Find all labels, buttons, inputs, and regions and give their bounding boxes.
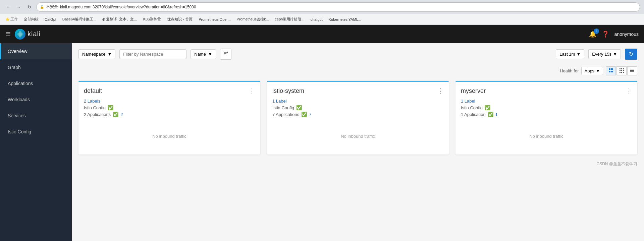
nav-right: 🔔 1 ❓ anonymous <box>589 31 639 38</box>
card-menu-button-default[interactable]: ⋮ <box>249 87 255 95</box>
graph-label: Graph <box>8 65 21 70</box>
bookmark-icon: ⭐ <box>5 17 9 21</box>
top-navbar: ☰ kiali 🔔 1 ❓ anonymous <box>0 25 644 43</box>
bookmark-neike[interactable]: 全部内核 <box>21 16 41 22</box>
namespace-name-istio-system: istio-system <box>272 87 304 95</box>
main-content: Namespace ▼ Name ▼ Last 1m ▼ <box>72 43 644 241</box>
istio-check-icon-myserver: ✅ <box>485 105 490 110</box>
labels-link-istio-system[interactable]: 1 Label <box>272 99 287 104</box>
bookmark-k8s[interactable]: K8S训练营 <box>141 16 164 22</box>
notification-bell[interactable]: 🔔 1 <box>589 31 596 38</box>
kiali-logo[interactable]: kiali <box>15 29 41 40</box>
card-header-istio-system: istio-system ⋮ <box>272 87 443 95</box>
card-menu-button-myserver[interactable]: ⋮ <box>626 87 632 95</box>
logo-mark <box>15 29 25 40</box>
forward-button[interactable]: → <box>15 3 23 11</box>
health-type-dropdown[interactable]: Apps ▼ <box>581 67 603 75</box>
card-meta-istio-system: 1 Label Istio Config ✅ 7 Applications ✅ … <box>272 99 443 117</box>
lock-icon: 🔓 <box>40 5 44 9</box>
bookmark-ceph[interactable]: ceph常用排错段... <box>272 16 307 22</box>
reload-button[interactable]: ↻ <box>25 3 34 11</box>
refresh-interval-dropdown[interactable]: Every 15s ▼ <box>588 49 621 59</box>
svg-rect-9 <box>611 71 613 72</box>
namespace-cards-grid: default ⋮ 2 Labels Istio Config ✅ 2 Appl… <box>78 81 637 155</box>
bookmark-k8s-yaml[interactable]: Kubernetes YAML... <box>326 17 364 22</box>
filter-namespace-input[interactable] <box>119 49 186 59</box>
bookmark-catgpt[interactable]: CatGpt <box>42 17 59 22</box>
svg-point-2 <box>17 33 23 36</box>
sidebar-item-workloads[interactable]: Workloads <box>0 92 72 108</box>
labels-link-default[interactable]: 2 Labels <box>84 99 100 104</box>
applications-label: Applications <box>8 81 33 86</box>
no-traffic-istio-system: No inbound traffic <box>272 127 443 145</box>
apps-check-icon-istio-system: ✅ <box>301 112 307 117</box>
istio-config-label-istio-system: Istio Config <box>272 105 294 110</box>
svg-rect-12 <box>623 68 624 69</box>
view-list-button[interactable] <box>627 66 637 75</box>
namespace-card-myserver: myserver ⋮ 1 Label Istio Config ✅ 1 Appl… <box>455 81 637 155</box>
user-name[interactable]: anonymous <box>614 32 639 37</box>
namespace-chevron: ▼ <box>107 52 112 57</box>
bookmark-chatgpt[interactable]: chatgpt <box>308 17 325 22</box>
app-layout: Overview Graph Applications Workloads Se… <box>0 43 644 241</box>
istio-config-row-istio-system: Istio Config ✅ <box>272 105 443 110</box>
card-meta-myserver: 1 Label Istio Config ✅ 1 Application ✅ 1 <box>461 99 632 117</box>
svg-rect-6 <box>609 68 610 70</box>
namespace-label: Namespace <box>82 52 105 57</box>
istio-check-icon-default: ✅ <box>108 105 113 110</box>
kiali-svg <box>16 31 24 38</box>
namespace-name-myserver: myserver <box>461 87 486 95</box>
card-header-default: default ⋮ <box>84 87 255 95</box>
apps-count-link-istio-system[interactable]: 7 <box>309 112 311 117</box>
name-chevron: ▼ <box>208 52 212 57</box>
apps-check-icon-myserver: ✅ <box>488 112 493 117</box>
svg-rect-16 <box>620 72 621 73</box>
bookmark-prom-oper[interactable]: Prometheus Oper... <box>196 17 233 22</box>
notification-badge: 1 <box>594 28 599 34</box>
sidebar-item-istio-config[interactable]: Istio Config <box>0 124 72 140</box>
name-sort-dropdown[interactable]: Name ▼ <box>191 49 216 59</box>
hamburger-icon[interactable]: ☰ <box>5 31 11 38</box>
bookmark-work[interactable]: ⭐ 工作 <box>3 16 20 22</box>
istio-check-icon-istio-system: ✅ <box>296 105 302 110</box>
svg-rect-17 <box>621 72 622 73</box>
workloads-label: Workloads <box>8 97 30 102</box>
list-icon <box>630 68 635 73</box>
address-bar[interactable]: 🔓 不安全 kiali.magedu.com:32070/kiali/conso… <box>36 2 640 12</box>
bookmark-youdao[interactable]: 有道翻译_文本、文... <box>100 16 140 22</box>
browser-bar: ← → ↻ 🔓 不安全 kiali.magedu.com:32070/kiali… <box>0 0 644 14</box>
apps-count-link-default[interactable]: 2 <box>120 112 123 117</box>
services-label: Services <box>8 113 26 118</box>
back-button[interactable]: ← <box>4 3 12 11</box>
card-menu-button-istio-system[interactable]: ⋮ <box>437 87 443 95</box>
bookmark-prom-k8s[interactable]: Prometheus监控k... <box>234 16 272 22</box>
lock-label: 不安全 <box>46 4 58 10</box>
refresh-button[interactable]: ↻ <box>625 49 637 60</box>
refresh-chevron: ▼ <box>613 52 617 57</box>
help-icon[interactable]: ❓ <box>602 31 609 38</box>
sort-direction-button[interactable] <box>220 49 231 60</box>
view-large-grid-button[interactable] <box>606 66 616 75</box>
sidebar-item-graph[interactable]: Graph <box>0 59 72 75</box>
sidebar-item-applications[interactable]: Applications <box>0 75 72 92</box>
footer-text: CSDN @圣圣不爱学习 <box>596 162 637 166</box>
sidebar: Overview Graph Applications Workloads Se… <box>0 43 72 241</box>
namespace-dropdown[interactable]: Namespace ▼ <box>78 49 115 59</box>
apps-check-icon-default: ✅ <box>113 112 118 117</box>
svg-rect-20 <box>630 70 634 71</box>
namespace-card-default: default ⋮ 2 Labels Istio Config ✅ 2 Appl… <box>78 81 260 155</box>
apps-count-link-myserver[interactable]: 1 <box>495 112 498 117</box>
labels-link-myserver[interactable]: 1 Label <box>461 99 475 104</box>
view-small-grid-button[interactable] <box>616 66 627 75</box>
istio-config-row-default: Istio Config ✅ <box>84 105 255 110</box>
sidebar-item-overview[interactable]: Overview <box>0 43 72 59</box>
large-grid-icon <box>608 68 613 73</box>
svg-rect-21 <box>630 71 634 72</box>
apps-label-default: 2 Applications <box>84 112 111 117</box>
card-header-myserver: myserver ⋮ <box>461 87 632 95</box>
address-text: kiali.magedu.com:32070/kiali/console/ove… <box>60 5 196 9</box>
bookmark-base64[interactable]: Base64编码转换工... <box>60 16 99 22</box>
time-range-dropdown[interactable]: Last 1m ▼ <box>556 49 584 59</box>
sidebar-item-services[interactable]: Services <box>0 108 72 124</box>
bookmark-youpoint[interactable]: 优点知识 - 首页 <box>164 16 195 22</box>
